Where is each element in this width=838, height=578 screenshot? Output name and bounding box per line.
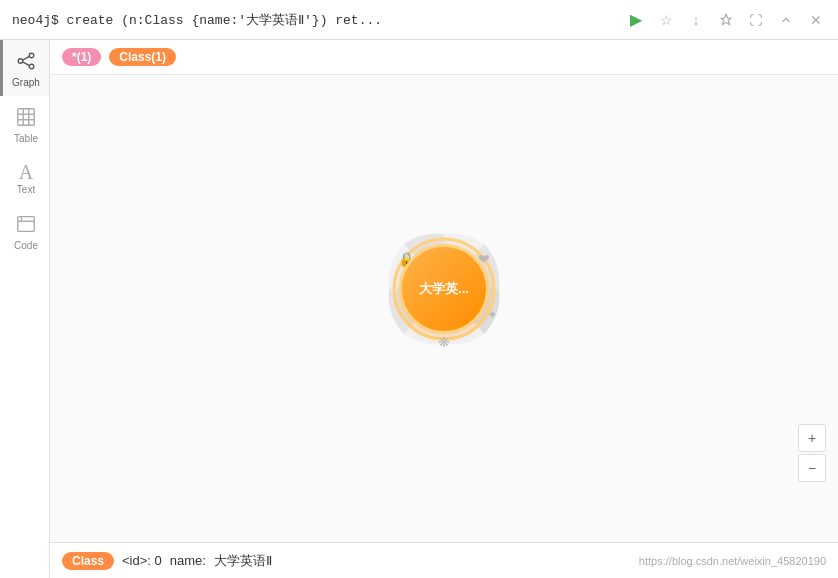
svg-point-0 bbox=[18, 59, 23, 64]
svg-text:✦: ✦ bbox=[487, 307, 498, 322]
graph-area: 🔒 ❤ ✦ ❋ 大学英... + − bbox=[50, 75, 838, 542]
sidebar-item-code[interactable]: Code bbox=[0, 203, 49, 259]
close-icon[interactable]: ✕ bbox=[806, 10, 826, 30]
expand-icon[interactable] bbox=[746, 10, 766, 30]
play-icon[interactable]: ▶ bbox=[626, 10, 646, 30]
content-panel: *(1) Class(1) bbox=[50, 40, 838, 578]
query-text: neo4j$ create (n:Class {name:'大学英语Ⅱ'}) r… bbox=[12, 11, 618, 29]
sidebar-table-label: Table bbox=[14, 133, 38, 144]
star-icon[interactable]: ☆ bbox=[656, 10, 676, 30]
top-icons: ▶ ☆ ↓ ✕ bbox=[626, 10, 826, 30]
table-icon bbox=[15, 106, 37, 131]
svg-point-2 bbox=[29, 64, 34, 69]
svg-rect-10 bbox=[18, 217, 35, 232]
center-node[interactable]: 大学英... bbox=[399, 244, 489, 334]
status-name-value: 大学英语Ⅱ bbox=[214, 552, 272, 570]
svg-rect-5 bbox=[18, 109, 35, 126]
svg-line-4 bbox=[23, 62, 30, 66]
up-icon[interactable] bbox=[776, 10, 796, 30]
sidebar-graph-label: Graph bbox=[12, 77, 40, 88]
pin-icon[interactable] bbox=[716, 10, 736, 30]
zoom-out-button[interactable]: − bbox=[798, 454, 826, 482]
sidebar-text-label: Text bbox=[17, 184, 35, 195]
status-bar: Class <id>: 0 name: 大学英语Ⅱ https://blog.c… bbox=[50, 542, 838, 578]
text-icon: A bbox=[19, 162, 33, 182]
svg-point-1 bbox=[29, 53, 34, 58]
status-class-badge: Class bbox=[62, 552, 114, 570]
sidebar-item-text[interactable]: A Text bbox=[0, 152, 49, 203]
all-tab-badge[interactable]: *(1) bbox=[62, 48, 101, 66]
zoom-controls: + − bbox=[798, 424, 826, 482]
download-icon[interactable]: ↓ bbox=[686, 10, 706, 30]
svg-text:❋: ❋ bbox=[438, 334, 450, 350]
node-container: 🔒 ❤ ✦ ❋ 大学英... bbox=[344, 189, 544, 389]
sidebar-item-table[interactable]: Table bbox=[0, 96, 49, 152]
status-name-key: name: bbox=[170, 553, 206, 568]
tab-bar: *(1) Class(1) bbox=[50, 40, 838, 75]
sidebar: Graph Table A Text bbox=[0, 40, 50, 578]
sidebar-code-label: Code bbox=[14, 240, 38, 251]
status-url: https://blog.csdn.net/weixin_45820190 bbox=[639, 555, 826, 567]
zoom-in-button[interactable]: + bbox=[798, 424, 826, 452]
sidebar-item-graph[interactable]: Graph bbox=[0, 40, 49, 96]
code-icon bbox=[15, 213, 37, 238]
main-area: Graph Table A Text bbox=[0, 40, 838, 578]
status-id: <id>: 0 bbox=[122, 553, 162, 568]
class-tab-badge[interactable]: Class(1) bbox=[109, 48, 176, 66]
graph-icon bbox=[15, 50, 37, 75]
svg-line-3 bbox=[23, 56, 30, 60]
top-bar: neo4j$ create (n:Class {name:'大学英语Ⅱ'}) r… bbox=[0, 0, 838, 40]
